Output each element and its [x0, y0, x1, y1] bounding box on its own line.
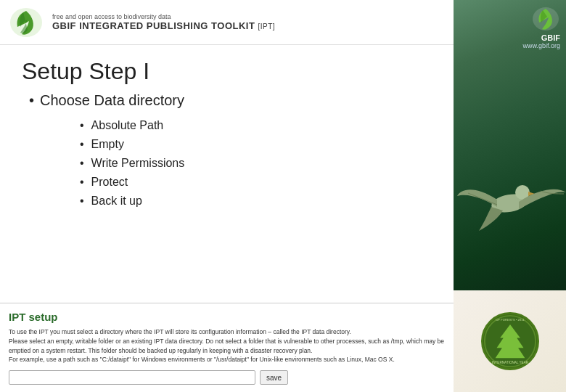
ipt-setup-description: To use the IPT you must select a directo… [9, 327, 445, 364]
bullet-write-permissions: Write Permissions [80, 157, 432, 170]
bullet-back-it-up: Back it up [80, 195, 432, 208]
gbif-badge: GBIF www.gbif.org [522, 6, 560, 49]
ipt-setup-section: IPT setup To use the IPT you must select… [0, 303, 454, 392]
gbif-badge-name: GBIF [541, 33, 560, 42]
sub-bullets-list: Absolute Path Empty Write Permissions Pr… [80, 119, 432, 213]
slide-area: Setup Step I •Choose Data directory Abso… [0, 45, 454, 303]
bullet-absolute-path: Absolute Path [80, 119, 432, 132]
bullet-empty: Empty [80, 138, 432, 151]
right-sidebar: GBIF www.gbif.org [454, 0, 566, 392]
main-bullet: •Choose Data directory [29, 92, 432, 109]
bird-image [454, 123, 566, 269]
gbif-logo [9, 7, 44, 38]
header-text: free and open access to biodiversity dat… [52, 13, 275, 31]
header: free and open access to biodiversity dat… [0, 0, 454, 45]
gbif-badge-url: www.gbif.org [522, 42, 560, 49]
ipt-input-row: save [9, 370, 445, 385]
gbif-badge-logo [531, 6, 560, 32]
bird-panel: GBIF www.gbif.org [454, 0, 566, 290]
svg-text:INTERNATIONAL YEAR: INTERNATIONAL YEAR [491, 361, 528, 364]
data-directory-input[interactable] [9, 370, 255, 385]
bottom-right-panel: INTERNATIONAL YEAR OF FORESTS • 2011 [454, 290, 566, 392]
svg-text:OF FORESTS • 2011: OF FORESTS • 2011 [496, 318, 525, 322]
header-tagline: free and open access to biodiversity dat… [52, 13, 275, 20]
save-button[interactable]: save [260, 370, 288, 385]
intl-year-badge: INTERNATIONAL YEAR OF FORESTS • 2011 [481, 312, 539, 370]
bullet-protect: Protect [80, 176, 432, 189]
header-title: GBIF INTEGRATED PUBLISHING TOOLKIT [IPT] [52, 20, 275, 31]
setup-title: Setup Step I [22, 58, 432, 85]
main-content: free and open access to biodiversity dat… [0, 0, 454, 392]
ipt-setup-title: IPT setup [9, 311, 445, 323]
